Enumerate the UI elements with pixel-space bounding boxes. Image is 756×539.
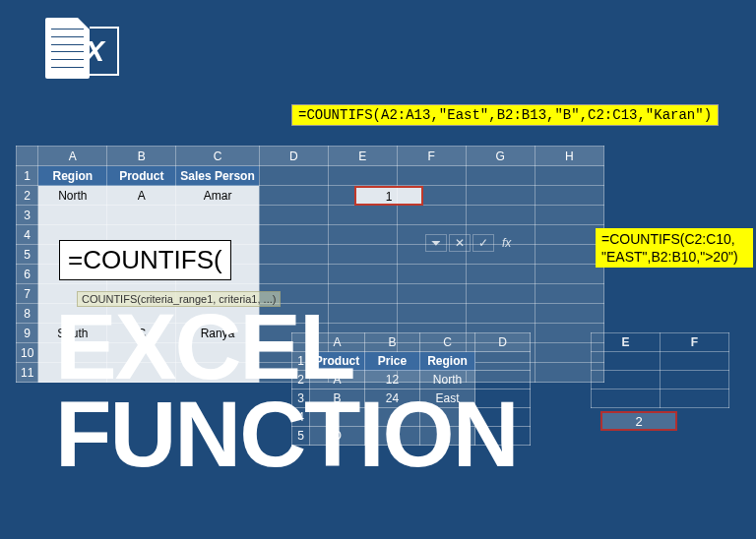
cell[interactable]: A — [107, 186, 176, 206]
title-line-1: EXCEL — [55, 303, 518, 390]
excel-logo: X — [45, 18, 119, 79]
row-header[interactable]: 2 — [17, 186, 38, 206]
formula-bar: ⏷ ✕ ✓ fx — [425, 234, 517, 252]
result-cell-1[interactable]: 1 — [354, 186, 423, 206]
table-header[interactable]: Product — [107, 166, 176, 186]
dropdown-icon[interactable]: ⏷ — [425, 234, 447, 252]
col-header[interactable]: H — [535, 147, 603, 166]
col-header[interactable]: B — [107, 147, 176, 166]
spreadsheet-2-right: E F — [591, 332, 729, 408]
row-header[interactable]: 1 — [17, 166, 38, 186]
cell[interactable]: North — [38, 186, 107, 206]
title-line-2: FUNCTION — [55, 390, 518, 478]
col-header[interactable]: A — [38, 147, 107, 166]
col-header[interactable]: F — [661, 333, 729, 352]
countifs-formula-box: =COUNTIFS( — [59, 240, 231, 280]
cell[interactable]: Amar — [176, 186, 259, 206]
formula-text: "EAST",B2:B10,">20") — [601, 249, 738, 265]
col-header[interactable]: G — [466, 147, 535, 166]
book-icon — [45, 18, 90, 79]
formula-text: =COUNTIFS(C2:C10, — [601, 231, 735, 247]
col-header[interactable]: E — [592, 333, 661, 352]
table-header[interactable]: Sales Person — [176, 166, 259, 186]
col-header[interactable]: E — [328, 147, 397, 166]
formula-highlight-2: =COUNTIFS(C2:C10, "EAST",B2:B10,">20") — [596, 228, 753, 268]
col-header[interactable]: D — [259, 147, 328, 166]
cancel-icon[interactable]: ✕ — [449, 234, 471, 252]
fx-icon[interactable]: fx — [502, 236, 511, 250]
col-header[interactable]: C — [176, 147, 259, 166]
col-header[interactable]: F — [397, 147, 466, 166]
table-header[interactable]: Region — [38, 166, 107, 186]
formula-highlight-1: =COUNTIFS(A2:A13,"East",B2:B13,"B",C2:C1… — [291, 104, 719, 126]
result-cell-2[interactable]: 2 — [600, 411, 677, 431]
page-title: EXCEL FUNCTION — [55, 303, 518, 479]
confirm-icon[interactable]: ✓ — [472, 234, 494, 252]
